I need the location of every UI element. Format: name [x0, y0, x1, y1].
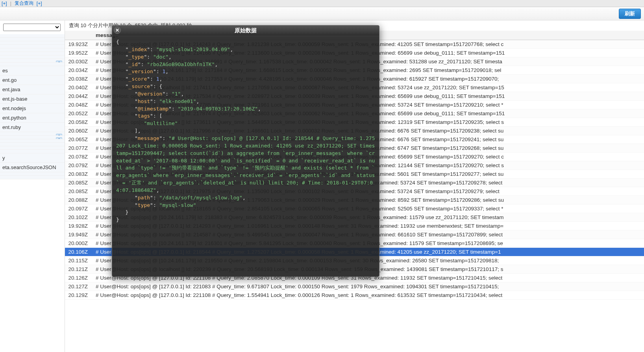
sidebar-list: esent.goent.javaent.js-baseent.nodejsent…: [0, 34, 65, 179]
sidebar-item[interactable]: [0, 176, 65, 179]
sidebar-item[interactable]: [0, 55, 65, 59]
toolbar-sep: |: [10, 1, 11, 6]
modal-title: 原始数据: [235, 27, 257, 33]
cell-time: 19.952Z: [65, 49, 93, 57]
sidebar-item[interactable]: eta.searchSourceJSON: [0, 163, 65, 172]
cell-time: 20.058Z: [65, 118, 93, 127]
sidebar-item[interactable]: ent.js-base: [0, 94, 65, 104]
cell-time: 20.038Z: [65, 75, 93, 83]
sidebar-item[interactable]: [0, 139, 65, 143]
table-row[interactable]: 20.129Z# User@Host: ops[ops] @ [127.0.0.…: [65, 291, 644, 300]
sidebar-item[interactable]: [0, 34, 65, 38]
refresh-row: 刷新: [0, 7, 644, 20]
cell-time: 20.000Z: [65, 239, 93, 248]
sidebar-item[interactable]: ent.java: [0, 85, 65, 94]
cell-time: 20.102Z: [65, 213, 93, 222]
cell-time: 20.085Z: [65, 179, 93, 187]
modal-header: ✕ 原始数据: [112, 26, 379, 36]
modal-body[interactable]: { "_index": "mysql-slow1-2019.04.09", "_…: [112, 36, 379, 276]
cell-time: 20.034Z: [65, 66, 93, 75]
cell-time: 20.048Z: [65, 101, 93, 109]
cell-time: 20.078Z: [65, 153, 93, 161]
sidebar-item[interactable]: [0, 143, 65, 146]
sidebar-item[interactable]: [0, 52, 65, 55]
cell-time: 20.044Z: [65, 92, 93, 101]
cell-time: 20.065Z: [65, 135, 93, 144]
sidebar-item[interactable]: ent.ruby: [0, 123, 65, 132]
sidebar-item[interactable]: es: [0, 66, 65, 76]
top-toolbar: [+] | 复合查询 [+]: [0, 0, 644, 7]
sidebar-item[interactable]: ent.nodejs: [0, 104, 65, 113]
refresh-button[interactable]: 刷新: [619, 9, 641, 19]
sidebar-dropdown[interactable]: [3, 24, 61, 31]
cell-time: 20.060Z: [65, 127, 93, 135]
sidebar-item[interactable]: [0, 48, 65, 52]
cell-time: 20.126Z: [65, 274, 93, 282]
sidebar-item[interactable]: [0, 63, 65, 66]
sidebar-item[interactable]: [0, 45, 65, 48]
cell-time: 19.923Z: [65, 40, 93, 49]
sidebar-item[interactable]: [0, 146, 65, 150]
cell-time: 20.052Z: [65, 109, 93, 118]
sidebar-item[interactable]: [0, 132, 65, 136]
cell-time: 20.077Z: [65, 144, 93, 153]
raw-data-modal: ✕ 原始数据 { "_index": "mysql-slow1-2019.04.…: [112, 25, 379, 277]
sidebar-item[interactable]: [0, 150, 65, 153]
cell-time: 20.115Z: [65, 256, 93, 265]
cell-time: 20.088Z: [65, 196, 93, 205]
table-row[interactable]: 20.127Z# User@Host: ops[ops] @ [127.0.0.…: [65, 282, 644, 291]
sidebar-item[interactable]: [0, 41, 65, 45]
sidebar-item[interactable]: y: [0, 153, 65, 163]
close-icon[interactable]: ✕: [114, 27, 121, 34]
cell-time: 20.085Z: [65, 187, 93, 196]
sidebar-item[interactable]: ent.python: [0, 113, 65, 123]
cell-time: 20.121Z: [65, 265, 93, 274]
cell-message: # User@Host: ops[ops] @ [127.0.0.1] Id: …: [93, 291, 644, 300]
sidebar-item[interactable]: [0, 38, 65, 41]
col-time[interactable]: [65, 31, 93, 40]
tab-compound-query[interactable]: 复合查询: [15, 0, 33, 7]
cell-time: 20.040Z: [65, 83, 93, 92]
cell-time: 20.079Z: [65, 161, 93, 170]
cell-message: # User@Host: ops[ops] @ [127.0.0.1] Id: …: [93, 282, 644, 291]
toolbar-plus-2[interactable]: [+]: [37, 1, 42, 6]
cell-time: 20.127Z: [65, 282, 93, 291]
sidebar: esent.goent.javaent.js-baseent.nodejsent…: [0, 20, 65, 352]
sidebar-item[interactable]: [0, 59, 65, 63]
cell-time: 20.030Z: [65, 57, 93, 66]
cell-time: 19.949Z: [65, 230, 93, 239]
sidebar-item[interactable]: ent.go: [0, 76, 65, 85]
cell-time: 20.106Z: [65, 248, 93, 256]
cell-time: 20.097Z: [65, 205, 93, 213]
cell-time: 19.928Z: [65, 222, 93, 230]
toolbar-plus-1[interactable]: [+]: [2, 1, 7, 6]
cell-time: 20.129Z: [65, 291, 93, 300]
sidebar-item[interactable]: [0, 136, 65, 139]
sidebar-item[interactable]: [0, 172, 65, 176]
cell-time: 20.083Z: [65, 170, 93, 179]
